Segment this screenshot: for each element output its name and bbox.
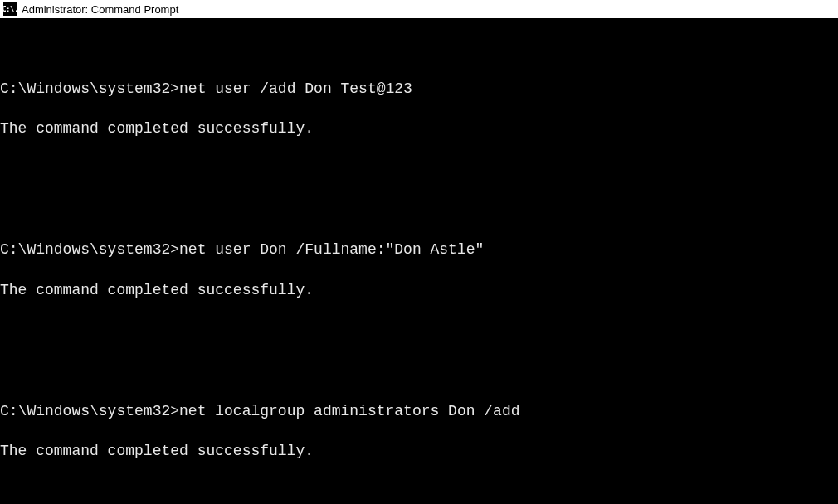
prompt-line-2: C:\Windows\system32>net user Don /Fullna… [0, 240, 838, 259]
output-line-2: The command completed successfully. [0, 280, 838, 300]
blank-line [0, 159, 838, 179]
blank-line [0, 482, 838, 502]
blank-line [0, 361, 838, 380]
prompt-line-1: C:\Windows\system32>net user /add Don Te… [0, 79, 838, 99]
prompt: C:\Windows\system32> [0, 80, 179, 97]
prompt: C:\Windows\system32> [0, 241, 179, 258]
command-text: net user Don /Fullname:"Don Astle" [179, 241, 484, 258]
prompt-line-3: C:\Windows\system32>net localgroup admin… [0, 401, 838, 421]
blank-line [0, 200, 838, 220]
terminal-body[interactable]: C:\Windows\system32>net user /add Don Te… [0, 18, 838, 504]
cmd-icon: C:\. [3, 2, 17, 16]
blank-line [0, 38, 838, 58]
command-text: net user /add Don Test@123 [179, 80, 412, 97]
output-line-1: The command completed successfully. [0, 119, 838, 138]
window-titlebar[interactable]: C:\. Administrator: Command Prompt [0, 0, 838, 18]
prompt: C:\Windows\system32> [0, 403, 179, 419]
output-line-3: The command completed successfully. [0, 441, 838, 461]
blank-line [0, 320, 838, 340]
command-text: net localgroup administrators Don /add [179, 403, 519, 419]
window-title: Administrator: Command Prompt [22, 3, 178, 16]
